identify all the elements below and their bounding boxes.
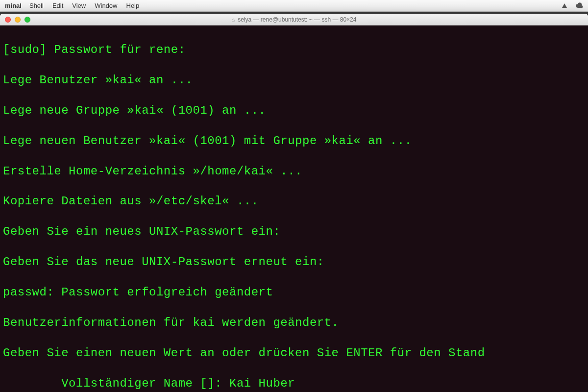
menu-shell[interactable]: Shell [29,2,44,9]
terminal-line: Geben Sie ein neues UNIX-Passwort ein: [3,224,585,240]
terminal-line: Geben Sie einen neuen Wert an oder drück… [3,346,585,361]
terminal-content[interactable]: [sudo] Passwort für rene: Lege Benutzer … [0,25,588,392]
terminal-line: Geben Sie das neue UNIX-Passwort erneut … [3,255,585,270]
terminal-line: [sudo] Passwort für rene: [3,43,585,58]
app-name: minal [5,2,22,9]
terminal-line: Lege Benutzer »kai« an ... [3,73,585,88]
home-icon: ⌂ [232,17,235,23]
menu-view[interactable]: View [72,2,86,9]
traffic-lights [0,17,30,23]
terminal-window: ⌂ seiya — rene@ubuntutest: ~ — ssh — 80×… [0,14,588,392]
macos-menubar: minal Shell Edit View Window Help [0,0,588,12]
menu-window[interactable]: Window [95,2,117,9]
zoom-button[interactable] [24,17,30,23]
triangle-icon[interactable] [561,2,568,10]
terminal-line: Kopiere Dateien aus »/etc/skel« ... [3,194,585,209]
cloud-icon[interactable] [575,2,583,10]
terminal-line: Vollständiger Name []: Kai Huber [3,376,585,392]
terminal-line: Lege neuen Benutzer »kai« (1001) mit Gru… [3,134,585,149]
menu-edit[interactable]: Edit [52,2,63,9]
close-button[interactable] [5,17,11,23]
menu-help[interactable]: Help [126,2,140,9]
terminal-line: passwd: Passwort erfolgreich geändert [3,285,585,300]
window-title-text: seiya — rene@ubuntutest: ~ — ssh — 80×24 [238,16,356,23]
minimize-button[interactable] [15,17,21,23]
terminal-line: Erstelle Home-Verzeichnis »/home/kai« ..… [3,164,585,179]
window-titlebar[interactable]: ⌂ seiya — rene@ubuntutest: ~ — ssh — 80×… [0,14,588,25]
terminal-line: Lege neue Gruppe »kai« (1001) an ... [3,103,585,119]
terminal-line: Benutzerinformationen für kai werden geä… [3,316,585,331]
window-title: ⌂ seiya — rene@ubuntutest: ~ — ssh — 80×… [0,16,588,23]
